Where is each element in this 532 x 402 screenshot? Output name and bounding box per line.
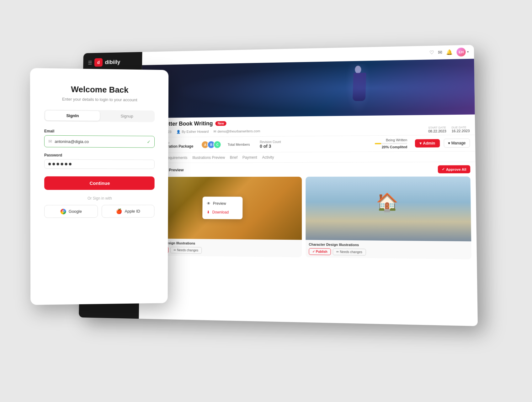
illus-card-title-1: Character Design Illustrations	[148, 241, 299, 246]
badge-new: New	[215, 121, 226, 126]
avatar-chevron-icon: ▾	[467, 50, 469, 53]
signup-tab[interactable]: Signup	[100, 111, 154, 121]
password-label: Password	[44, 153, 155, 158]
progress-pct: 20% Complited	[375, 145, 407, 149]
illustration-image-house	[306, 176, 471, 241]
signin-tab[interactable]: SignIn	[45, 110, 100, 121]
apple-icon: 🍎	[116, 208, 122, 214]
email-form-group: Email ✉ ✓	[44, 129, 155, 148]
dot-2	[52, 163, 55, 165]
password-input-wrap	[44, 159, 155, 169]
project-author: By Esther Howard	[182, 129, 209, 133]
heart-icon[interactable]: ♡	[429, 49, 434, 55]
mail-icon[interactable]: ✉	[438, 49, 442, 55]
bell-icon[interactable]: 🔔	[446, 49, 453, 55]
hero-banner	[141, 59, 475, 118]
check-icon-2: ✓	[312, 250, 315, 253]
manage-chevron-icon: ▾	[448, 141, 450, 145]
project-info: Harry Potter Book Writing New 📅 May 02, …	[141, 114, 475, 137]
publish-button-2[interactable]: ✓ Publish	[309, 248, 331, 255]
login-title: Welcome Back	[71, 84, 129, 95]
hamburger-icon[interactable]: ☰	[88, 60, 92, 65]
apple-signin-button[interactable]: 🍎 Apple ID	[102, 205, 155, 217]
context-menu: 👁 Preview ⬇ Download	[202, 196, 242, 219]
start-date-label: Start Date	[428, 126, 446, 129]
checkmark-icon: ✓	[442, 167, 445, 171]
tab-illustrations-preview[interactable]: Illustrations Preview	[192, 153, 225, 163]
password-dots	[48, 163, 151, 165]
password-form-group: Password	[44, 153, 155, 169]
email-icon: ✉	[214, 129, 216, 133]
email-success-icon: ✓	[147, 139, 151, 144]
dot-4	[61, 163, 63, 165]
download-menu-item[interactable]: ⬇ Download	[202, 208, 242, 217]
login-modal: Welcome Back Enter your details to login…	[30, 68, 168, 305]
admin-chevron-icon: ▾	[420, 141, 422, 145]
dot-1	[48, 163, 51, 165]
progress-bar	[375, 143, 407, 144]
main-content: ♡ ✉ 🔔 EH ▾ Harry Potter Book Writing New	[139, 45, 478, 326]
member-avatars: A B C	[203, 140, 221, 149]
google-signin-button[interactable]: G Google	[44, 205, 98, 218]
tab-activity[interactable]: Activity	[262, 152, 274, 162]
auth-tab-switcher: SignIn Signup	[44, 109, 155, 122]
google-icon: G	[61, 208, 66, 214]
email-label: Email	[44, 129, 155, 134]
revision-count-label: Revision Count	[260, 140, 281, 143]
eye-icon: 👁	[207, 201, 210, 206]
revision-count-value: 0 of 3	[260, 143, 281, 148]
avatar: EH	[456, 47, 466, 56]
illustration-image-tarot: 👁 Preview ⬇ Download	[145, 176, 302, 240]
illus-actions-2: ✓ Publish ✏ Needs changes	[309, 248, 468, 257]
dot-3	[56, 163, 59, 165]
logo-text: dibiily	[105, 59, 120, 65]
or-divider: Or Sign in with	[88, 196, 112, 200]
social-buttons: G Google 🍎 Apple ID	[44, 205, 154, 218]
due-date-value: 16.22.2023	[451, 129, 470, 133]
package-row: 📦 Package Illustration Package A B C Tot…	[141, 135, 475, 153]
member-avatar-3: C	[213, 140, 221, 149]
hero-figure	[345, 64, 371, 114]
admin-button[interactable]: ▾ Admin	[415, 139, 440, 147]
progress-info: Being Written 20% Complited	[375, 138, 407, 149]
illustration-card-footer-2: Character Design Illustrations ✓ Publish…	[306, 240, 471, 259]
illus-card-title-2: Character Design Illustrations	[309, 242, 468, 248]
progress-bar-fill	[375, 143, 381, 144]
tab-brief[interactable]: Brief	[230, 152, 237, 162]
illustration-cards: 👁 Preview ⬇ Download Character Design I	[144, 176, 471, 259]
needs-changes-button-2[interactable]: ✏ Needs changes	[333, 248, 366, 255]
revision-info: Revision Count 0 of 3	[260, 140, 281, 148]
email-input[interactable]	[55, 139, 144, 144]
email-input-icon: ✉	[48, 138, 52, 144]
tab-payment[interactable]: Payment	[242, 152, 257, 162]
illus-actions-1: ✓ Publish ✏ Needs changes	[147, 246, 299, 254]
pencil-icon: ✏	[174, 248, 176, 252]
author-icon: 👤	[176, 129, 181, 133]
approve-all-button[interactable]: ✓ Approve All	[438, 165, 470, 173]
download-icon: ⬇	[207, 210, 210, 214]
logo-badge: d	[94, 58, 103, 66]
login-subtitle: Enter your details to login to your acco…	[62, 97, 137, 102]
illustrations-header: Illustrations Preview ✓ Approve All	[146, 165, 471, 174]
user-avatar-wrapper[interactable]: EH ▾	[456, 47, 469, 56]
start-date-value: 08.22.2023	[428, 129, 446, 133]
illustrations-section: Illustrations Preview ✓ Approve All 👁	[139, 162, 478, 326]
progress-label: Being Written	[375, 138, 407, 142]
pencil-icon-2: ✏	[336, 250, 339, 253]
due-date-label: Due Date	[451, 126, 470, 129]
content-tabs: 💬 Chat Requirements Illustrations Previe…	[141, 151, 476, 163]
manage-button[interactable]: ▾ Manage	[444, 138, 470, 148]
illustration-card-2: Character Design Illustrations ✓ Publish…	[306, 176, 471, 259]
dot-6	[69, 163, 72, 165]
dot-5	[65, 163, 67, 165]
illustration-card-footer-1: Character Design Illustrations ✓ Publish…	[144, 238, 302, 257]
email-input-wrap: ✉ ✓	[44, 135, 155, 148]
project-email: demo@theurbanwriters.com	[217, 129, 260, 133]
total-members-label: Total Members	[227, 142, 250, 146]
needs-changes-button-1[interactable]: ✏ Needs changes	[170, 247, 202, 253]
continue-button[interactable]: Continue	[44, 176, 155, 190]
preview-menu-item[interactable]: 👁 Preview	[202, 199, 242, 208]
